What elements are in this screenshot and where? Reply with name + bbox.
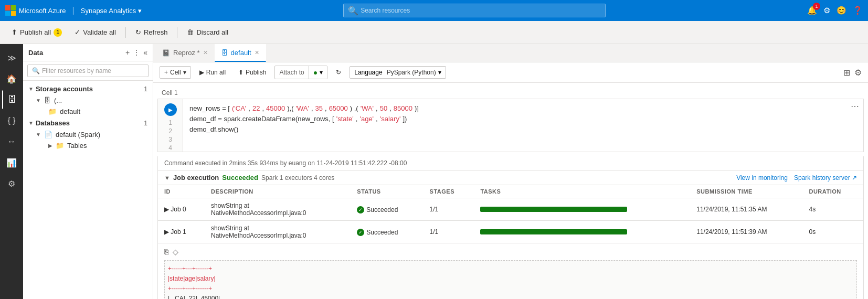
run-all-button[interactable]: ▶ Run all	[195, 67, 230, 78]
code-editor[interactable]: new_rows = [('CA',22, 45000),('WA',35,65…	[183, 99, 846, 152]
help-icon[interactable]: ❓	[853, 6, 863, 15]
table-row[interactable]: ▶ Job 0 showString atNativeMethodAccesso…	[158, 198, 863, 221]
external-link-icon: ↗	[852, 174, 857, 181]
refresh-kernel-button[interactable]: ↻	[332, 67, 345, 78]
settings-icon[interactable]: ⚙	[823, 6, 830, 15]
integrate-icon[interactable]: ↔	[2, 132, 21, 151]
tables-item[interactable]: ▶ 📁 Tables	[23, 140, 153, 151]
storage-item-db[interactable]: ▼ 🗄 (...	[23, 95, 153, 106]
cell-gutter: ▶ 1 2 3 4	[158, 99, 183, 152]
col-status: STATUS	[351, 185, 423, 198]
databases-section-header[interactable]: ▼ Databases 1	[23, 117, 153, 129]
storage-section-header[interactable]: ▼ Storage accounts 1	[23, 83, 153, 95]
databases-section-count: 1	[144, 120, 147, 127]
publish-all-badge: 1	[54, 28, 62, 37]
storage-section: ▼ Storage accounts 1 ▼ 🗄 (... 📁 default	[23, 83, 153, 117]
tables-chevron-icon: ▶	[48, 143, 52, 148]
col-stages: STAGES	[424, 185, 474, 198]
copy-icon[interactable]: ⎘	[164, 248, 168, 256]
databases-section: ▼ Databases 1 ▼ 📄 default (Spark) ▶ 📁 Ta…	[23, 117, 153, 151]
db-chevron-icon: ▼	[36, 98, 41, 103]
search-bar: 🔍	[147, 4, 802, 17]
discard-all-button[interactable]: 🗑 Discard all	[182, 26, 234, 39]
add-cell-icon: +	[164, 69, 168, 76]
search-wrap[interactable]: 🔍	[343, 4, 606, 17]
content-area: 📓 Reproz * ✕ 🗄 default ✕ + Cell ▾ ▶	[153, 44, 868, 299]
settings-nb-icon[interactable]: ⚙	[854, 68, 862, 78]
job-status-label: Succeeded	[222, 174, 258, 181]
notification-icon[interactable]: 🔔 1	[807, 6, 817, 15]
ms-logo-icon	[5, 5, 16, 16]
icon-rail: ≫ 🏠 🗄 { } ↔ 📊 ⚙	[0, 44, 23, 299]
default-tab-icon: 🗄	[221, 49, 228, 57]
notebook-area: + Cell ▾ ▶ Run all ⬆ Publish Attach to ●	[153, 62, 868, 299]
search-input[interactable]	[361, 7, 601, 14]
main-toolbar: ⬆ Publish all 1 ✓ Validate all ↻ Refresh…	[0, 21, 868, 44]
tables-icon: 📁	[56, 142, 64, 150]
job0-progress-fill	[480, 207, 627, 212]
data-icon[interactable]: 🗄	[2, 90, 21, 109]
home-icon[interactable]: 🏠	[2, 69, 21, 88]
clear-icon[interactable]: ◇	[173, 248, 178, 256]
spark-label: default (Spark)	[56, 131, 100, 138]
panel-more-icon[interactable]: ⋮	[133, 48, 140, 57]
col-submission-time: SUBMISSION TIME	[690, 185, 802, 198]
job1-status-badge: ✓ Succeeded	[357, 229, 398, 236]
output-text-area: ⎘ ◇ +-----+---+------+ |state|age|salary…	[158, 243, 863, 299]
job-expand-icon[interactable]: ▼	[164, 175, 170, 181]
reproz-tab-close[interactable]: ✕	[203, 49, 208, 56]
publish-all-button[interactable]: ⬆ Publish all 1	[6, 26, 67, 39]
top-bar-icon-group: 🔔 1 ⚙ 😊 ❓	[807, 6, 863, 15]
output-separator-top: +-----+---+------+ |state|age|salary| +-…	[168, 265, 216, 292]
output-row-1: | CA| 22| 45000| | WA| 35| 65000| | WA| …	[168, 295, 221, 299]
table-row[interactable]: ▶ Job 1 showString atNativeMethodAccesso…	[158, 221, 863, 243]
synapse-chevron-icon: ▾	[138, 7, 142, 15]
language-value: PySpark (Python)	[387, 69, 436, 76]
storage-default-item[interactable]: 📁 default	[23, 106, 153, 117]
default-icon: 📁	[48, 108, 57, 115]
col-tasks: TASKS	[474, 185, 690, 198]
user-icon[interactable]: 😊	[837, 6, 846, 15]
default-spark-item[interactable]: ▼ 📄 default (Spark)	[23, 129, 153, 140]
storage-section-count: 1	[144, 86, 147, 93]
data-panel-title: Data	[28, 49, 43, 57]
data-tree: ▼ Storage accounts 1 ▼ 🗄 (... 📁 default	[23, 81, 153, 153]
ms-azure-label: Microsoft Azure	[19, 7, 66, 15]
cell-content: ▶ 1 2 3 4 new_rows = [('CA',22, 45000),(…	[157, 99, 864, 152]
attach-label: Attach to	[275, 67, 308, 78]
publish-button[interactable]: ⬆ Publish	[234, 67, 270, 78]
language-select[interactable]: Language PySpark (Python) ▾	[350, 66, 446, 79]
cell-more-button[interactable]: ⋯	[846, 99, 863, 152]
job0-expand[interactable]: ▶	[164, 206, 169, 213]
resource-filter-input[interactable]	[42, 67, 144, 74]
publish-nb-icon: ⬆	[238, 69, 244, 76]
develop-icon[interactable]: { }	[2, 111, 21, 130]
spark-history-link[interactable]: Spark history server ↗	[794, 174, 857, 181]
validate-icon: ✓	[75, 28, 80, 36]
job1-progress-fill	[480, 229, 627, 234]
refresh-button[interactable]: ↻ Refresh	[130, 26, 173, 39]
cell-button[interactable]: + Cell ▾	[160, 66, 191, 79]
view-monitoring-link[interactable]: View in monitoring	[736, 174, 788, 181]
add-icon[interactable]: +	[125, 48, 130, 57]
validate-all-button[interactable]: ✓ Validate all	[69, 26, 121, 39]
panel-collapse-icon[interactable]: «	[143, 48, 147, 57]
monitor-icon[interactable]: 📊	[2, 153, 21, 172]
job1-tasks	[474, 221, 690, 243]
spark-icon: 📄	[44, 131, 52, 138]
storage-chevron-icon: ▼	[28, 86, 34, 92]
attach-status-icon: ●	[313, 68, 317, 77]
tab-reproz[interactable]: 📓 Reproz * ✕	[155, 44, 215, 62]
collapse-icon[interactable]: ≫	[2, 48, 21, 67]
cell-run-button[interactable]: ▶	[164, 103, 177, 116]
job-table: ID DESCRIPTION STATUS STAGES TASKS SUBMI…	[158, 185, 863, 243]
manage-icon[interactable]: ⚙	[2, 174, 21, 193]
discard-icon: 🗑	[187, 28, 194, 36]
default-tab-close[interactable]: ✕	[255, 49, 259, 56]
grid-icon[interactable]: ⊞	[843, 68, 850, 78]
attach-select[interactable]: ● ▾	[309, 66, 327, 79]
tab-default[interactable]: 🗄 default ✕	[215, 44, 266, 62]
job1-expand[interactable]: ▶	[164, 228, 169, 236]
job0-id: ▶ Job 0	[158, 198, 205, 221]
top-bar-sep: |	[72, 6, 75, 15]
